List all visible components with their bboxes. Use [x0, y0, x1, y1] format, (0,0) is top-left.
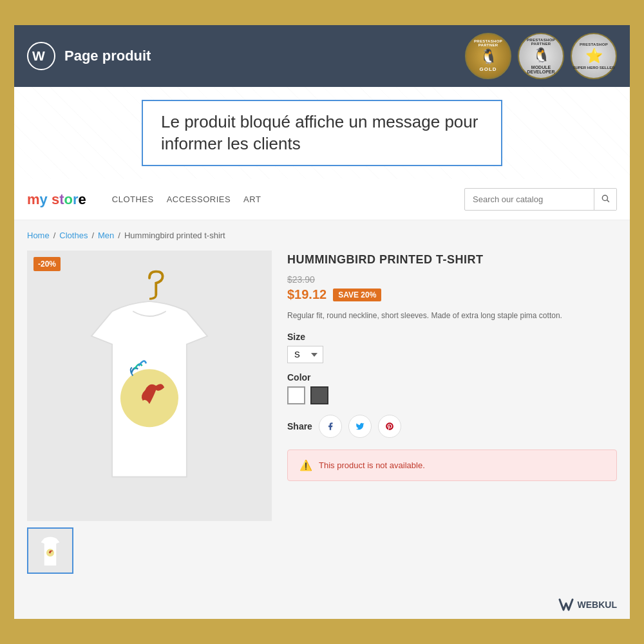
product-main-image: -20% — [27, 251, 272, 521]
search-button[interactable] — [594, 189, 616, 210]
store-nav: my store CLOTHES ACCESSORIES ART — [14, 179, 630, 220]
breadcrumb: Home / Clothes / Men / Hummingbird print… — [27, 231, 617, 240]
banner-text-box: Le produit bloqué affiche un message pou… — [142, 100, 502, 167]
color-swatch-white[interactable] — [287, 386, 305, 404]
share-row: Share — [287, 415, 617, 438]
w-icon: W — [32, 47, 50, 65]
product-images: -20% — [27, 251, 272, 574]
product-area: -20% — [27, 251, 617, 574]
size-label: Size — [287, 332, 617, 342]
product-original-price: $23.90 — [287, 274, 617, 285]
breadcrumb-current: Hummingbird printed t-shirt — [124, 231, 225, 240]
save-badge: SAVE 20% — [333, 289, 381, 301]
svg-text:W: W — [32, 48, 45, 63]
search-box — [464, 188, 617, 211]
share-pinterest[interactable] — [378, 415, 401, 438]
nav-item-art[interactable]: ART — [243, 194, 261, 204]
product-info: HUMMINGBIRD PRINTED T-SHIRT $23.90 $19.1… — [287, 251, 617, 481]
webkul-text: WEBKUL — [578, 600, 617, 610]
share-facebook[interactable] — [319, 415, 342, 438]
product-price-row: $19.12 SAVE 20% — [287, 287, 617, 302]
nav-left: my store CLOTHES ACCESSORIES ART — [27, 191, 261, 208]
share-label: Share — [287, 421, 312, 431]
svg-line-2 — [607, 200, 609, 202]
search-icon — [601, 194, 610, 203]
badge-module: PRESTASHOP PARTNER 🐧 MODULE DEVELOPER — [518, 33, 564, 79]
color-swatches — [287, 386, 617, 404]
breadcrumb-clothes[interactable]: Clothes — [59, 231, 88, 240]
badge-super: PRESTASHOP ⭐ SUPER HERO SELLER — [571, 33, 617, 79]
banner-text: Le produit bloqué affiche un message pou… — [161, 111, 483, 155]
discount-badge: -20% — [33, 257, 61, 271]
product-current-price: $19.12 — [287, 287, 327, 302]
page-footer: WEBKUL — [14, 593, 630, 619]
share-twitter[interactable] — [348, 415, 372, 438]
color-label: Color — [287, 372, 617, 383]
search-input[interactable] — [465, 189, 594, 209]
unavailable-text: This product is not available. — [319, 460, 425, 470]
store-logo: my store — [27, 191, 86, 208]
svg-point-1 — [602, 196, 607, 201]
color-swatch-dark[interactable] — [310, 386, 328, 404]
size-selector[interactable]: S M L XL — [287, 346, 323, 363]
nav-item-accessories[interactable]: ACCESSORIES — [167, 194, 231, 204]
header-title: Page produit — [64, 48, 151, 64]
header-left: W Page produit — [27, 42, 151, 70]
thumbnail-1[interactable] — [27, 527, 73, 574]
breadcrumb-home[interactable]: Home — [27, 231, 50, 240]
badge-gold: PRESTASHOP PARTNER 🐧 GOLD — [465, 33, 511, 79]
product-title: HUMMINGBIRD PRINTED T-SHIRT — [287, 253, 617, 267]
main-content: Home / Clothes / Men / Hummingbird print… — [14, 220, 630, 593]
header-logo: W — [27, 42, 55, 70]
breadcrumb-men[interactable]: Men — [98, 231, 114, 240]
page-header: W Page produit PRESTASHOP PARTNER 🐧 GOLD… — [14, 25, 630, 87]
webkul-icon — [558, 598, 574, 611]
main-nav: CLOTHES ACCESSORIES ART — [112, 194, 261, 204]
product-description: Regular fit, round neckline, short sleev… — [287, 310, 617, 321]
warning-icon: ⚠️ — [299, 459, 312, 471]
header-badges: PRESTASHOP PARTNER 🐧 GOLD PRESTASHOP PAR… — [465, 33, 617, 79]
tshirt-illustration — [59, 270, 240, 502]
unavailable-message-box: ⚠️ This product is not available. — [287, 450, 617, 481]
product-thumbnails — [27, 527, 272, 574]
nav-item-clothes[interactable]: CLOTHES — [112, 194, 154, 204]
webkul-branding: WEBKUL — [558, 598, 617, 611]
banner-section: Le produit bloqué affiche un message pou… — [14, 87, 630, 180]
